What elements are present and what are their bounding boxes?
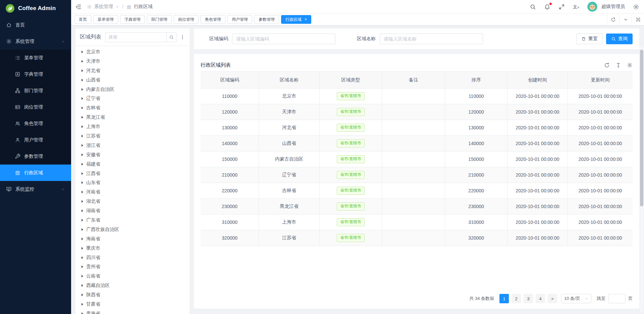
caret-right-icon[interactable] xyxy=(82,125,83,128)
caret-right-icon[interactable] xyxy=(82,107,83,109)
caret-right-icon[interactable] xyxy=(82,294,83,296)
close-tab-icon[interactable]: × xyxy=(305,17,307,21)
breadcrumb-section[interactable]: 系统管理 xyxy=(94,4,113,10)
page-button-4[interactable]: 4 xyxy=(536,294,545,303)
tree-item[interactable]: 浙江省 xyxy=(75,141,190,150)
sidebar-item-user-manage[interactable]: 用户管理 xyxy=(0,132,71,148)
tree-item[interactable]: 江苏省 xyxy=(75,131,190,141)
table-row[interactable]: 130000河北省省市/直辖市1300002020-10-01 00:00:00… xyxy=(201,120,633,136)
collapse-sidebar-icon[interactable] xyxy=(75,4,82,10)
tree-item[interactable]: 安徽省 xyxy=(75,150,190,160)
avatar[interactable] xyxy=(587,2,597,12)
column-settings-gear-icon[interactable] xyxy=(627,62,633,68)
tree-item[interactable]: 重庆市 xyxy=(75,244,190,253)
tab-菜单管理[interactable]: 菜单管理 xyxy=(93,15,118,24)
tab-options-chevron-icon[interactable] xyxy=(619,14,632,25)
caret-right-icon[interactable] xyxy=(82,256,83,259)
region-name-input[interactable] xyxy=(380,34,483,44)
tab-用户管理[interactable]: 用户管理 xyxy=(227,15,252,24)
caret-right-icon[interactable] xyxy=(82,209,83,212)
settings-gear-icon[interactable] xyxy=(633,4,639,10)
page-button-2[interactable]: 2 xyxy=(512,294,521,303)
sidebar-item-dict-manage[interactable]: 字典管理 xyxy=(0,66,71,82)
kebab-menu-icon[interactable] xyxy=(180,34,185,40)
caret-right-icon[interactable] xyxy=(82,135,83,137)
tree-item[interactable]: 海南省 xyxy=(75,234,190,244)
tree-item[interactable]: 甘肃省 xyxy=(75,300,190,309)
tree-item[interactable]: 福建省 xyxy=(75,160,190,169)
caret-right-icon[interactable] xyxy=(82,228,83,231)
caret-right-icon[interactable] xyxy=(82,191,83,193)
tab-岗位管理[interactable]: 岗位管理 xyxy=(174,15,199,24)
page-button-3[interactable]: 3 xyxy=(524,294,533,303)
caret-right-icon[interactable] xyxy=(82,275,83,277)
app-logo[interactable]: Coffee Admin xyxy=(0,0,71,17)
caret-right-icon[interactable] xyxy=(82,88,83,91)
tree-item[interactable]: 吉林省 xyxy=(75,103,190,113)
tree-item[interactable]: 上海市 xyxy=(75,122,190,131)
next-page-button[interactable]: > xyxy=(548,294,557,303)
sidebar-item-system-manage[interactable]: 系统管理 xyxy=(0,33,71,50)
reset-button[interactable]: 重置 xyxy=(576,34,603,44)
sidebar-item-menu-manage[interactable]: 菜单管理 xyxy=(0,50,71,66)
tree-item[interactable]: 青海省 xyxy=(75,309,190,314)
page-size-select[interactable]: 10 条/页 xyxy=(561,294,591,303)
caret-right-icon[interactable] xyxy=(82,69,83,72)
tree-item[interactable]: 西藏自治区 xyxy=(75,281,190,290)
table-row[interactable]: 150000内蒙古自治区省市/直辖市1500002020-10-01 00:00… xyxy=(201,151,633,167)
caret-right-icon[interactable] xyxy=(82,219,83,222)
sidebar-item-home[interactable]: 首页 xyxy=(0,17,71,33)
jump-page-input[interactable] xyxy=(608,294,626,303)
tab-行政区域[interactable]: 行政区域× xyxy=(281,15,311,24)
search-icon[interactable] xyxy=(530,4,536,10)
tree-item[interactable]: 云南省 xyxy=(75,271,190,281)
notification-bell-icon[interactable] xyxy=(544,4,550,10)
caret-right-icon[interactable] xyxy=(82,51,83,53)
table-row[interactable]: 220000吉林省省市/直辖市2200002020-10-01 00:00:00… xyxy=(201,183,633,199)
caret-right-icon[interactable] xyxy=(82,97,83,100)
tree-item[interactable]: 北京市 xyxy=(75,47,190,57)
tree-search-input[interactable] xyxy=(105,32,166,42)
translate-icon[interactable]: 文A xyxy=(573,5,579,9)
tree-item[interactable]: 湖南省 xyxy=(75,206,190,215)
caret-right-icon[interactable] xyxy=(82,172,83,175)
tree-item[interactable]: 湖北省 xyxy=(75,197,190,206)
caret-right-icon[interactable] xyxy=(82,303,83,306)
page-scrollbar[interactable] xyxy=(640,46,643,313)
region-code-input[interactable] xyxy=(232,34,335,44)
tree-item[interactable]: 河北省 xyxy=(75,66,190,75)
refresh-tab-icon[interactable] xyxy=(607,14,619,25)
tree-item[interactable]: 四川省 xyxy=(75,253,190,262)
tree-item[interactable]: 河南省 xyxy=(75,187,190,197)
tree-item[interactable]: 广东省 xyxy=(75,215,190,225)
table-row[interactable]: 230000黑龙江省省市/直辖市2300002020-10-01 00:00:0… xyxy=(201,199,633,214)
caret-right-icon[interactable] xyxy=(82,247,83,250)
text-size-icon[interactable] xyxy=(615,62,621,68)
caret-right-icon[interactable] xyxy=(82,144,83,147)
tree-search-button[interactable] xyxy=(166,32,176,42)
caret-right-icon[interactable] xyxy=(82,153,83,156)
tree-item[interactable]: 江西省 xyxy=(75,169,190,178)
tree-item[interactable]: 黑龙江省 xyxy=(75,113,190,122)
tree-item[interactable]: 广西壮族自治区 xyxy=(75,225,190,234)
caret-right-icon[interactable] xyxy=(82,284,83,287)
tree-item[interactable]: 辽宁省 xyxy=(75,94,190,103)
fullscreen-icon[interactable] xyxy=(558,4,565,10)
search-button[interactable]: 查询 xyxy=(606,34,633,44)
tab-角色管理[interactable]: 角色管理 xyxy=(201,15,225,24)
caret-right-icon[interactable] xyxy=(82,60,83,63)
caret-right-icon[interactable] xyxy=(82,181,83,184)
table-row[interactable]: 210000辽宁省省市/直辖市2100002020-10-01 00:00:00… xyxy=(201,167,633,183)
sidebar-item-system-monitor[interactable]: 系统监控 xyxy=(0,181,71,197)
sidebar-item-param-manage[interactable]: 参数管理 xyxy=(0,148,71,165)
refresh-icon[interactable] xyxy=(604,62,610,68)
sidebar-item-role-manage[interactable]: 角色管理 xyxy=(0,115,71,132)
tree-item[interactable]: 陕西省 xyxy=(75,290,190,300)
tab-部门管理[interactable]: 部门管理 xyxy=(147,15,172,24)
scrollbar-thumb[interactable] xyxy=(640,50,643,206)
sidebar-item-region[interactable]: 行政区域 xyxy=(0,165,71,181)
page-button-1[interactable]: 1 xyxy=(499,294,509,303)
table-row[interactable]: 320000江苏省省市/直辖市3200002020-10-01 00:00:00… xyxy=(201,230,633,246)
caret-right-icon[interactable] xyxy=(82,116,83,119)
table-row[interactable]: 310000上海市省市/直辖市3100002020-10-01 00:00:00… xyxy=(201,214,633,230)
